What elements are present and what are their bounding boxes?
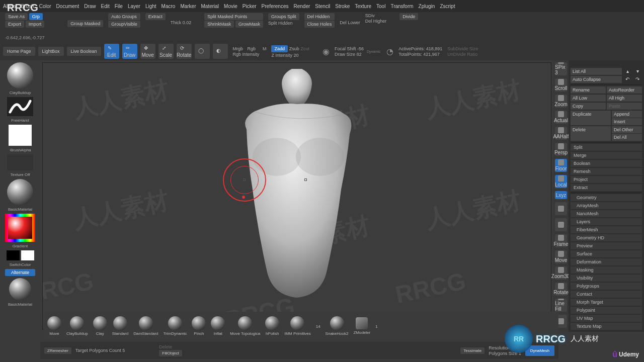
- layers-section[interactable]: Layers: [571, 218, 642, 225]
- color-swatches[interactable]: [7, 250, 34, 260]
- dynamic-toggle[interactable]: Dynamic: [367, 50, 380, 53]
- target-polygons-slider[interactable]: Target Polygons Count 5: [75, 348, 125, 353]
- arraymesh-section[interactable]: ArrayMesh: [571, 202, 642, 209]
- grow-mask-button[interactable]: GrowMask: [235, 21, 263, 28]
- zoom3d-button[interactable]: Zoom3D: [555, 266, 567, 280]
- divide-button[interactable]: Divide: [399, 13, 418, 20]
- alpha-thumbnail[interactable]: [9, 125, 32, 146]
- viewport-canvas[interactable]: 人人素材 人人素材 人人素材 人人素材 人人素材 人人素材 RRCG RRCG …: [42, 62, 551, 330]
- aahalf-button[interactable]: AAHalf: [555, 127, 567, 140]
- menu-color[interactable]: Color: [39, 4, 51, 9]
- nanomesh-section[interactable]: NanoMesh: [571, 210, 642, 217]
- move3d-button[interactable]: Move: [555, 250, 567, 263]
- split-section[interactable]: Split: [571, 144, 642, 151]
- menu-tool[interactable]: Tool: [376, 4, 385, 9]
- linefill-button[interactable]: Line Fill: [555, 299, 567, 312]
- thick-slider-label[interactable]: Thick 0.02: [171, 20, 192, 25]
- geometry-section[interactable]: Geometry: [571, 194, 642, 201]
- home-page-button[interactable]: Home Page: [3, 47, 35, 56]
- brush-trimdynamic[interactable]: TrimDynamic: [164, 316, 187, 336]
- copy-button[interactable]: Copy: [571, 103, 606, 110]
- brush-immprimitives[interactable]: IMM Primitives: [284, 316, 310, 336]
- material-thumbnail[interactable]: [7, 179, 33, 205]
- local-button[interactable]: Local: [555, 175, 567, 188]
- menu-transform[interactable]: Transform: [390, 4, 413, 9]
- menu-material[interactable]: Material: [201, 4, 219, 9]
- menu-draw[interactable]: Draw: [84, 4, 96, 9]
- list-down-icon[interactable]: ▾: [633, 68, 642, 74]
- menu-picker[interactable]: Picker: [243, 4, 257, 9]
- zsub-button[interactable]: Zsub: [289, 46, 299, 51]
- rename-button[interactable]: Rename: [571, 86, 606, 94]
- draw-size-slider[interactable]: Draw Size 82: [335, 52, 364, 57]
- scroll-button[interactable]: Scroll: [555, 78, 567, 92]
- boolean-section[interactable]: Boolean: [571, 160, 642, 167]
- brush-claybuildup[interactable]: ClayBuildup: [66, 316, 88, 336]
- masking-section[interactable]: Masking: [571, 266, 642, 274]
- gizmo-button[interactable]: ◯: [195, 44, 210, 59]
- brush-hpolish[interactable]: hPolish: [265, 316, 279, 336]
- split-hidden-button[interactable]: Split Hidden: [268, 21, 299, 26]
- polypaint-section[interactable]: Polypaint: [571, 307, 642, 314]
- menu-zplugin[interactable]: Zplugin: [419, 4, 435, 9]
- persp-button[interactable]: Persp: [555, 143, 567, 156]
- auto-groups-button[interactable]: Auto Groups: [108, 13, 140, 20]
- collapse-left-icon[interactable]: ↶: [623, 76, 632, 82]
- xpose-button[interactable]: [555, 202, 567, 215]
- brush-inflat[interactable]: Inflat: [211, 316, 225, 336]
- project-section[interactable]: Project: [571, 176, 642, 183]
- group-masked-button[interactable]: Group Masked: [67, 20, 103, 27]
- save-as-button[interactable]: Save As: [5, 13, 28, 20]
- del-hidden-button[interactable]: Del Hidden: [304, 13, 335, 20]
- lightbox-button[interactable]: LightBox: [38, 47, 64, 56]
- material-thumbnail-2[interactable]: [9, 278, 31, 300]
- extract-section[interactable]: Extract: [571, 184, 642, 191]
- append-button[interactable]: Append: [612, 111, 642, 118]
- spix-button[interactable]: SPix 3: [555, 62, 567, 75]
- menu-file[interactable]: File: [115, 4, 123, 9]
- brush-snakehook2[interactable]: SnakeHook2: [326, 316, 349, 336]
- split-masked-points-button[interactable]: Split Masked Points: [204, 13, 263, 20]
- surface-section[interactable]: Surface: [571, 250, 642, 257]
- rgb-intensity-slider[interactable]: Rgb Intensity: [233, 52, 267, 57]
- uvmap-section[interactable]: UV Map: [571, 315, 642, 322]
- menu-preferences[interactable]: Preferences: [262, 4, 289, 9]
- menu-light[interactable]: Light: [145, 4, 156, 9]
- tessimate-button[interactable]: Tessimate: [460, 347, 485, 354]
- grp-toggle[interactable]: Grp: [29, 13, 43, 20]
- menu-marker[interactable]: Marker: [180, 4, 196, 9]
- auto-reorder-button[interactable]: AutoReorder: [607, 86, 642, 94]
- fill-object-button[interactable]: FillObject: [159, 350, 182, 356]
- groups-split-button[interactable]: Groups Split: [268, 13, 299, 20]
- edit-mode-button[interactable]: ✎Edit: [104, 44, 119, 59]
- del-all-button[interactable]: Del All: [612, 134, 642, 141]
- z-intensity-slider[interactable]: Z Intensity 20: [271, 53, 309, 58]
- zcut-button[interactable]: Zcut: [300, 46, 309, 51]
- delete-button[interactable]: Delete: [571, 126, 611, 141]
- menu-stroke[interactable]: Stroke: [335, 4, 350, 9]
- export-button[interactable]: Export: [5, 21, 24, 28]
- brush-size-1[interactable]: 1: [375, 323, 377, 329]
- group-visible-button[interactable]: GroupVisible: [108, 21, 140, 28]
- collapse-right-icon[interactable]: ↷: [633, 76, 642, 82]
- zadd-button[interactable]: Zadd: [271, 45, 288, 52]
- menu-movie[interactable]: Movie: [224, 4, 237, 9]
- frame-button[interactable]: Frame: [555, 234, 567, 247]
- remesh-section[interactable]: Remesh: [571, 168, 642, 175]
- rotate-mode-button[interactable]: ⟳Rotate: [177, 44, 192, 59]
- brush-move[interactable]: Move: [47, 316, 61, 336]
- paste-button[interactable]: Paste: [607, 103, 642, 110]
- all-high-button[interactable]: All High: [607, 95, 642, 102]
- mrgb-button[interactable]: Mrgb: [233, 46, 244, 51]
- brush-size-14[interactable]: 14: [316, 323, 320, 329]
- merge-section[interactable]: Merge: [571, 152, 642, 159]
- actual-button[interactable]: Actual: [555, 111, 567, 124]
- rotate3d-button[interactable]: Rotate: [555, 283, 567, 296]
- live-boolean-button[interactable]: Live Boolean: [67, 47, 101, 56]
- menu-texture[interactable]: Texture: [355, 4, 371, 9]
- draw-mode-button[interactable]: ✏Draw: [122, 44, 137, 59]
- scale-mode-button[interactable]: ⤢Scale: [158, 44, 174, 59]
- auto-collapse-button[interactable]: Auto Collapse: [571, 76, 622, 83]
- duplicate-button[interactable]: Duplicate: [571, 111, 611, 125]
- m-button[interactable]: M: [263, 46, 267, 51]
